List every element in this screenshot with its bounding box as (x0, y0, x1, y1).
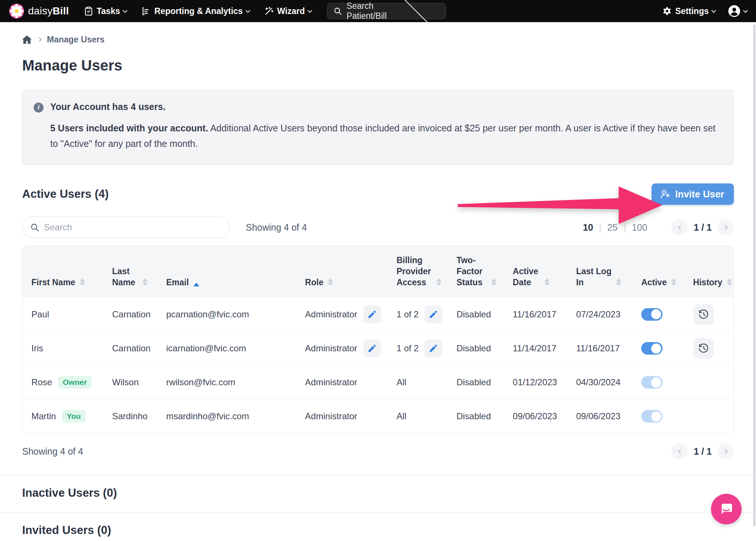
cell-last-login: 11/16/2017 (576, 331, 642, 365)
pagination-bottom: 1 / 1 (671, 443, 734, 459)
chat-launcher-button[interactable] (711, 494, 742, 524)
table-row: RoseOwnerWilsonrwilson@fvic.comAdministr… (23, 365, 733, 399)
user-badge: Owner (58, 376, 92, 389)
history-button[interactable] (693, 304, 714, 325)
users-search[interactable] (22, 217, 230, 238)
cell-role: Administrator (305, 331, 396, 365)
chevron-right-icon (723, 449, 728, 454)
history-button[interactable] (693, 338, 714, 359)
nav-item-label: Tasks (97, 6, 120, 16)
col-role: Role (305, 277, 323, 288)
cell-billing-access: All (396, 399, 457, 433)
active-toggle[interactable] (641, 308, 663, 321)
info-icon: i (34, 103, 44, 113)
breadcrumb-current[interactable]: Manage Users (47, 35, 104, 45)
sort-ascending-icon[interactable] (193, 272, 199, 288)
table-row: IrisCarnationicarnation@fvic.comAdminist… (23, 331, 733, 365)
user-first-name: Rose (31, 377, 52, 387)
next-page-button[interactable] (718, 219, 734, 235)
user-role: Administrator (305, 343, 357, 354)
page-size-selector: 10 | 25 | 100 (583, 222, 647, 233)
page-size-25[interactable]: 25 (607, 222, 618, 233)
patient-bill-search[interactable]: Search Patient/Bill (327, 3, 446, 19)
page-size-10[interactable]: 10 (583, 222, 593, 233)
account-menu[interactable] (728, 5, 747, 17)
edit-role-button[interactable] (363, 340, 381, 357)
pencil-icon (429, 310, 438, 319)
users-search-input[interactable] (44, 222, 222, 232)
toggle-knob (651, 309, 661, 319)
sort-icon[interactable] (436, 279, 441, 288)
invite-user-button[interactable]: Invite User (652, 183, 734, 205)
cell-two-factor-status: Disabled (457, 331, 513, 365)
clipboard-icon (84, 6, 93, 16)
next-page-button[interactable] (718, 443, 734, 459)
cell-first-name: Paul (23, 297, 112, 331)
active-toggle[interactable] (641, 342, 663, 355)
sort-icon[interactable] (491, 279, 496, 288)
cell-role: Administrator (305, 297, 396, 331)
invite-user-label: Invite User (675, 189, 724, 200)
chevron-right-icon (723, 225, 728, 230)
cell-history (693, 297, 733, 331)
sort-icon[interactable] (544, 279, 550, 288)
user-first-name: Iris (31, 343, 43, 354)
cell-two-factor-status: Disabled (457, 365, 513, 399)
gear-icon (662, 6, 672, 16)
cell-last-name: Sardinho (112, 399, 166, 433)
user-role: Administrator (305, 309, 357, 320)
edit-role-button[interactable] (363, 306, 381, 323)
col-last-name: Last Name (112, 266, 138, 288)
history-icon (698, 309, 709, 320)
cell-active (641, 399, 693, 433)
nav-item-wizard[interactable]: Wizard (264, 6, 312, 16)
sort-icon[interactable] (142, 279, 148, 288)
col-active-date: Active Date (513, 266, 540, 288)
sort-icon[interactable] (80, 279, 85, 288)
cell-two-factor-status: Disabled (457, 399, 513, 433)
separator: | (599, 222, 602, 233)
nav-item-tasks[interactable]: Tasks (84, 6, 127, 16)
edit-billing-access-button[interactable] (425, 306, 442, 323)
info-banner: i Your Account has 4 users. 5 Users incl… (22, 90, 734, 165)
search-icon (333, 7, 342, 15)
sort-icon[interactable] (616, 279, 621, 288)
page-size-100[interactable]: 100 (632, 222, 647, 233)
daisy-flower-icon (9, 3, 24, 19)
cell-first-name: RoseOwner (23, 365, 112, 399)
brand-logo[interactable]: daisyBill (9, 3, 69, 19)
nav-item-settings[interactable]: Settings (662, 6, 715, 16)
pencil-icon (367, 344, 377, 353)
invited-users-heading[interactable]: Invited Users (0) (22, 524, 734, 537)
user-first-name: Paul (31, 309, 49, 320)
cell-last-login: 09/06/2023 (576, 399, 642, 433)
cell-history (693, 365, 733, 399)
home-icon[interactable] (22, 35, 32, 44)
prev-page-button[interactable] (671, 219, 688, 235)
sort-icon[interactable] (671, 279, 676, 288)
chat-bubble-icon (719, 502, 734, 517)
info-banner-title: Your Account has 4 users. (50, 101, 718, 112)
sort-icon[interactable] (328, 279, 333, 288)
edit-billing-access-button[interactable] (425, 340, 442, 357)
sort-icon[interactable] (727, 279, 732, 288)
billing-access-value: 1 of 2 (396, 309, 419, 320)
pencil-icon (429, 344, 438, 353)
chevron-down-icon (307, 8, 312, 13)
billing-access-value: All (396, 411, 406, 421)
active-users-heading: Active Users (4) (22, 187, 109, 201)
scrollbar[interactable] (753, 24, 755, 526)
cell-email: msardinho@fvic.com (166, 399, 305, 433)
cell-active-date: 01/12/2023 (513, 365, 576, 399)
prev-page-button[interactable] (671, 443, 688, 459)
table-header-row: First Name Last Name Email Role Billing … (23, 246, 733, 297)
cell-two-factor-status: Disabled (457, 297, 513, 331)
inactive-users-heading[interactable]: Inactive Users (0) (22, 486, 734, 500)
search-icon (30, 223, 39, 232)
active-users-table: First Name Last Name Email Role Billing … (22, 245, 734, 434)
chevron-right-icon (37, 37, 42, 42)
cell-active (641, 365, 693, 399)
nav-item-label: Wizard (277, 6, 305, 16)
nav-item-reporting[interactable]: Reporting & Analytics (141, 6, 249, 16)
cell-last-name: Wilson (112, 365, 166, 399)
